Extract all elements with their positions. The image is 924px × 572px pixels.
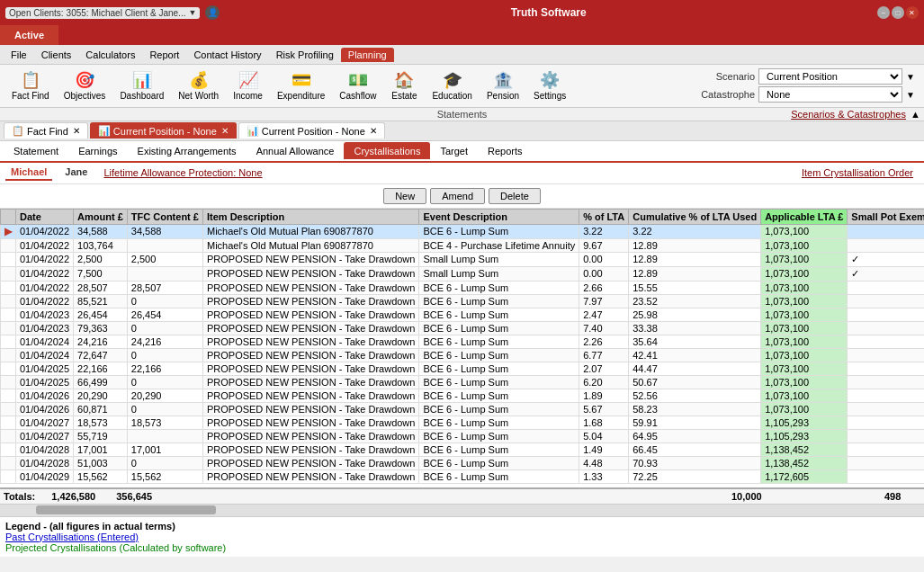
scenario-dropdown-icon[interactable]: ▼ — [906, 72, 915, 82]
cashflow-btn[interactable]: 💵 Cashflow — [333, 68, 382, 103]
tab-crystallisations[interactable]: Crystallisations — [344, 142, 430, 159]
dashboard-icon: 📊 — [132, 71, 152, 91]
client-name-display: 3055: Michael Client & Jane... — [67, 8, 186, 18]
collapse-icon[interactable]: ▲ — [911, 109, 920, 120]
catastrophe-combo[interactable]: None — [758, 86, 902, 103]
scenarios-catastrophes-label[interactable]: Scenarios & Catastrophes — [791, 109, 906, 120]
table-row[interactable]: 01/04/202817,00117,001PROPOSED NEW PENSI… — [1, 442, 925, 456]
current-pos-2-close[interactable]: ✕ — [370, 126, 377, 136]
fact-find-tab-close[interactable]: ✕ — [73, 126, 80, 136]
catastrophe-label: Catastrophe — [683, 89, 755, 100]
table-row[interactable]: 01/04/202228,50728,507PROPOSED NEW PENSI… — [1, 281, 925, 294]
tab-current-position-1[interactable]: 📊 Current Position - None ✕ — [90, 122, 237, 139]
item-crystallisation-order-link[interactable]: Item Crystallisation Order — [802, 167, 913, 178]
dashboard-label: Dashboard — [120, 91, 164, 101]
menu-clients[interactable]: Clients — [34, 48, 79, 62]
income-label: Income — [233, 91, 263, 101]
open-clients-selector[interactable]: Open Clients: 3055: Michael Client & Jan… — [5, 7, 200, 19]
crystallisations-table-wrapper[interactable]: Date Amount £ TFC Content £ Item Descrip… — [0, 209, 924, 487]
menu-planning[interactable]: Planning — [341, 48, 394, 62]
minimize-btn[interactable]: − — [877, 6, 890, 19]
fact-find-label: Fact Find — [12, 91, 49, 101]
table-row[interactable]: 01/04/202326,45426,454PROPOSED NEW PENSI… — [1, 308, 925, 321]
dashboard-btn[interactable]: 📊 Dashboard — [113, 68, 170, 103]
lta-protection-link[interactable]: Lifetime Allowance Protection: None — [103, 167, 262, 178]
totals-amount: 1,426,580 — [51, 491, 112, 502]
education-btn[interactable]: 🎓 Education — [426, 68, 478, 103]
objectives-label: Objectives — [64, 91, 106, 101]
income-icon: 📈 — [238, 71, 258, 91]
net-worth-icon: 💰 — [189, 71, 209, 91]
current-pos-1-close[interactable]: ✕ — [221, 126, 229, 136]
objectives-btn[interactable]: 🎯 Objectives — [58, 68, 112, 103]
table-row[interactable]: 01/04/20227,500PROPOSED NEW PENSION - Ta… — [1, 266, 925, 281]
current-pos-2-icon: 📊 — [247, 125, 259, 137]
table-row[interactable]: 01/04/202285,5210PROPOSED NEW PENSION - … — [1, 294, 925, 308]
table-row[interactable]: 01/04/20222,5002,500PROPOSED NEW PENSION… — [1, 252, 925, 266]
tab-statement[interactable]: Statement — [4, 142, 68, 159]
tab-fact-find[interactable]: 📋 Fact Find ✕ — [4, 122, 88, 139]
tab-current-position-2[interactable]: 📊 Current Position - None ✕ — [238, 122, 385, 139]
table-row[interactable]: 01/04/202755,719PROPOSED NEW PENSION - T… — [1, 429, 925, 442]
col-item-desc: Item Description — [202, 209, 418, 224]
table-row[interactable]: 01/04/2022103,764Michael's Old Mutual Pl… — [1, 238, 925, 252]
scenario-combo[interactable]: Current Position — [758, 68, 902, 85]
table-row[interactable]: 01/04/202851,0030PROPOSED NEW PENSION - … — [1, 456, 925, 469]
totals-tfc: 356,645 — [116, 491, 179, 502]
catastrophe-dropdown-icon[interactable]: ▼ — [906, 90, 915, 100]
menu-calculators[interactable]: Calculators — [78, 48, 142, 62]
new-btn[interactable]: New — [383, 188, 426, 204]
table-row[interactable]: 01/04/202379,3630PROPOSED NEW PENSION - … — [1, 321, 925, 335]
close-btn[interactable]: ✕ — [906, 6, 919, 19]
delete-btn[interactable]: Delete — [489, 188, 541, 204]
tab-earnings[interactable]: Earnings — [68, 142, 127, 159]
income-btn[interactable]: 📈 Income — [227, 68, 269, 103]
col-small-pot: Small Pot Exempt? — [848, 209, 924, 224]
table-row[interactable]: 01/04/202660,8710PROPOSED NEW PENSION - … — [1, 402, 925, 416]
net-worth-btn[interactable]: 💰 Net Worth — [172, 68, 225, 103]
settings-btn[interactable]: ⚙️ Settings — [527, 68, 572, 103]
col-amount: Amount £ — [74, 209, 128, 224]
table-row[interactable]: 01/04/202522,16622,166PROPOSED NEW PENSI… — [1, 362, 925, 375]
past-crystallisations-legend[interactable]: Past Crystallisations (Entered) — [5, 532, 139, 542]
fact-find-btn[interactable]: 📋 Fact Find — [5, 68, 56, 103]
totals-row: Totals: 1,426,580 356,645 10,000 498 — [0, 487, 924, 504]
menu-report[interactable]: Report — [142, 48, 186, 62]
menu-risk-profiling[interactable]: Risk Profiling — [269, 48, 341, 62]
expenditure-icon: 💳 — [292, 71, 311, 91]
table-row[interactable]: 01/04/202915,56215,562PROPOSED NEW PENSI… — [1, 469, 925, 483]
menu-contact-history[interactable]: Contact History — [186, 48, 268, 62]
table-row[interactable]: 01/04/202718,57318,573PROPOSED NEW PENSI… — [1, 416, 925, 429]
table-row[interactable]: 01/04/202424,21624,216PROPOSED NEW PENSI… — [1, 335, 925, 348]
table-row[interactable]: 01/04/202566,4990PROPOSED NEW PENSION - … — [1, 375, 925, 389]
pension-btn[interactable]: 🏦 Pension — [480, 68, 525, 103]
table-row[interactable]: 01/04/202472,6470PROPOSED NEW PENSION - … — [1, 348, 925, 362]
maximize-btn[interactable]: □ — [892, 6, 904, 19]
scrollbar-thumb[interactable] — [36, 505, 216, 514]
crystallisations-table: Date Amount £ TFC Content £ Item Descrip… — [0, 209, 924, 484]
amend-btn[interactable]: Amend — [430, 188, 485, 204]
tab-existing-arrangements[interactable]: Existing Arrangements — [128, 142, 247, 159]
client-tab-jane[interactable]: Jane — [59, 165, 93, 181]
table-row[interactable]: ▶01/04/202234,58834,588Michael's Old Mut… — [1, 224, 925, 238]
education-label: Education — [432, 91, 471, 101]
estate-btn[interactable]: 🏠 Estate — [384, 68, 424, 103]
expenditure-label: Expenditure — [277, 91, 325, 101]
statements-label: Statements — [437, 109, 488, 120]
tab-reports[interactable]: Reports — [478, 142, 533, 159]
tab-annual-allowance[interactable]: Annual Allowance — [247, 142, 345, 159]
menu-file[interactable]: File — [4, 48, 34, 62]
expenditure-btn[interactable]: 💳 Expenditure — [271, 68, 331, 103]
tab-target[interactable]: Target — [430, 142, 478, 159]
client-icon: 👤 — [205, 5, 220, 20]
col-event-desc: Event Description — [419, 209, 579, 224]
app-title: Truth Software — [511, 6, 587, 19]
cashflow-label: Cashflow — [339, 91, 376, 101]
client-tab-michael[interactable]: Michael — [5, 165, 52, 181]
col-date: Date — [16, 209, 74, 224]
scenario-panel: Scenario Current Position ▼ Catastrophe … — [683, 68, 919, 103]
horizontal-scrollbar[interactable] — [0, 504, 924, 516]
table-row[interactable]: 01/04/202620,29020,290PROPOSED NEW PENSI… — [1, 389, 925, 402]
toolbar: 📋 Fact Find 🎯 Objectives 📊 Dashboard 💰 N… — [0, 65, 924, 108]
net-worth-label: Net Worth — [178, 91, 219, 101]
